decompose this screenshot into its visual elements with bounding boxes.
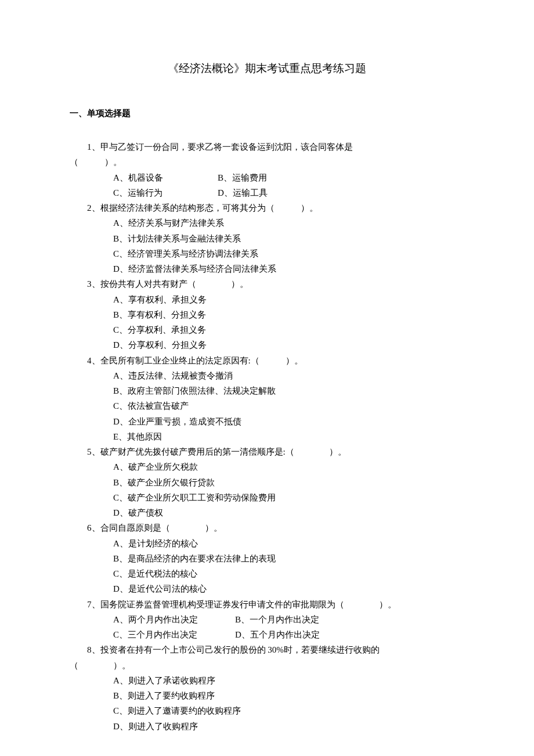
q8-option-d: D、则进入了收购程序: [70, 719, 464, 734]
q7-option-d: D、五个月内作出决定: [235, 627, 320, 642]
q2-stem: 2、根据经济法律关系的结构形态，可将其分为（ ）。: [70, 200, 464, 215]
question-1: 1、甲与乙签订一份合同，要求乙将一套设备运到沈阳，该合同客体是 （ ）。 A、机…: [70, 139, 464, 200]
q8-stem-line2: （ ）。: [70, 658, 464, 673]
q6-option-b: B、是商品经济的内在要求在法律上的表现: [70, 551, 464, 566]
q8-option-c: C、则进入了邀请要约的收购程序: [70, 703, 464, 718]
question-8: 8、投资者在持有一个上市公司己发行的股份的 30%时，若要继续进行收购的 （ ）…: [70, 642, 464, 734]
q2-option-a: A、经济关系与财产法律关系: [70, 215, 464, 231]
q3-stem: 3、按份共有人对共有财产（ ）。: [70, 276, 464, 291]
q4-stem: 4、全民所有制工业企业终止的法定原因有:（ ）。: [70, 353, 464, 368]
q5-option-d: D、破产债权: [70, 505, 464, 520]
q4-option-c: C、依法被宣告破产: [70, 398, 464, 413]
q6-option-d: D、是近代公司法的核心: [70, 581, 464, 596]
question-6: 6、合同自愿原则是（ ）。 A、是计划经济的核心 B、是商品经济的内在要求在法律…: [70, 520, 464, 596]
q7-stem: 7、国务院证券监督管理机构受理证券发行申请文件的审批期限为（ ）。: [70, 597, 464, 612]
q6-option-c: C、是近代税法的核心: [70, 566, 464, 581]
question-7: 7、国务院证券监督管理机构受理证券发行申请文件的审批期限为（ ）。 A、两个月内…: [70, 597, 464, 643]
q1-options-row2: C、运输行为D、运输工具: [70, 185, 464, 200]
q3-option-b: B、享有权利、分担义务: [70, 307, 464, 322]
q6-option-a: A、是计划经济的核心: [70, 536, 464, 551]
q1-stem-line2: （ ）。: [70, 154, 464, 170]
q3-option-c: C、分享权利、承担义务: [70, 322, 464, 337]
q3-option-a: A、享有权利、承担义务: [70, 292, 464, 307]
q8-option-a: A、则进入了承诺收购程序: [70, 673, 464, 688]
q4-option-e: E、其他原因: [70, 429, 464, 444]
q5-option-c: C、破产企业所欠职工工资和劳动保险费用: [70, 490, 464, 505]
q3-option-d: D、分享权利、分担义务: [70, 337, 464, 352]
q5-stem: 5、破产财产优先拨付破产费用后的第一清偿顺序是:（ ）。: [70, 444, 464, 459]
q7-option-c: C、三个月内作出决定: [113, 627, 235, 642]
q4-option-d: D、企业严重亏损，造成资不抵债: [70, 414, 464, 429]
question-4: 4、全民所有制工业企业终止的法定原因有:（ ）。 A、违反法律、法规被责令撤消 …: [70, 353, 464, 445]
q5-option-a: A、破产企业所欠税款: [70, 459, 464, 474]
q5-option-b: B、破产企业所欠银行贷款: [70, 475, 464, 490]
question-5: 5、破产财产优先拨付破产费用后的第一清偿顺序是:（ ）。 A、破产企业所欠税款 …: [70, 444, 464, 520]
q1-option-b: B、运输费用: [218, 170, 267, 185]
q1-options-row1: A、机器设备B、运输费用: [70, 170, 464, 185]
q1-option-c: C、运输行为: [113, 185, 218, 200]
q2-option-d: D、经济监督法律关系与经济合同法律关系: [70, 261, 464, 276]
q1-option-d: D、运输工具: [218, 185, 268, 200]
q2-option-b: B、计划法律关系与金融法律关系: [70, 231, 464, 246]
section-1-header: 一、单项选择题: [70, 108, 464, 119]
question-2: 2、根据经济法律关系的结构形态，可将其分为（ ）。 A、经济关系与财产法律关系 …: [70, 200, 464, 276]
q7-options-row1: A、两个月内作出决定B、一个月内作出决定: [70, 612, 464, 627]
q8-option-b: B、则进入了要约收购程序: [70, 688, 464, 703]
q1-option-a: A、机器设备: [113, 170, 218, 185]
q4-option-b: B、政府主管部门依照法律、法规决定解散: [70, 383, 464, 398]
q1-stem-line1: 1、甲与乙签订一份合同，要求乙将一套设备运到沈阳，该合同客体是: [70, 139, 464, 154]
document-title: 《经济法概论》期末考试重点思考练习题: [70, 61, 464, 76]
q7-option-b: B、一个月内作出决定: [235, 612, 319, 627]
q6-stem: 6、合同自愿原则是（ ）。: [70, 520, 464, 535]
q4-option-a: A、违反法律、法规被责令撤消: [70, 368, 464, 383]
q7-options-row2: C、三个月内作出决定D、五个月内作出决定: [70, 627, 464, 642]
q8-stem-line1: 8、投资者在持有一个上市公司己发行的股份的 30%时，若要继续进行收购的: [70, 642, 464, 657]
question-3: 3、按份共有人对共有财产（ ）。 A、享有权利、承担义务 B、享有权利、分担义务…: [70, 276, 464, 352]
document-page: 《经济法概论》期末考试重点思考练习题 一、单项选择题 1、甲与乙签订一份合同，要…: [0, 0, 534, 756]
q7-option-a: A、两个月内作出决定: [113, 612, 235, 627]
q2-option-c: C、经济管理关系与经济协调法律关系: [70, 246, 464, 261]
